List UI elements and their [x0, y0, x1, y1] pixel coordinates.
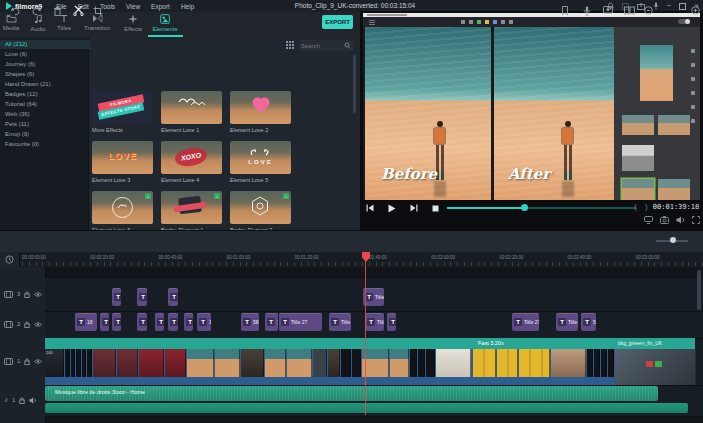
- video-segment[interactable]: [313, 349, 327, 377]
- category-favourite[interactable]: Favourite (0): [0, 140, 91, 149]
- video-segment[interactable]: [71, 349, 75, 377]
- video-segment[interactable]: [410, 349, 417, 377]
- timeline-scrollbar[interactable]: [697, 270, 701, 310]
- video-segment[interactable]: [615, 349, 696, 385]
- crop-icon[interactable]: [93, 6, 103, 16]
- track3-title-clip[interactable]: T9: [168, 288, 178, 306]
- keyframe-icon[interactable]: [0, 252, 20, 267]
- element-item-badge-element-2[interactable]: ↓Badge Element 2: [230, 191, 291, 230]
- video-segment[interactable]: [165, 349, 186, 377]
- track2-title-clip[interactable]: T9: [168, 313, 178, 331]
- video-segment[interactable]: [265, 349, 286, 377]
- category-pets[interactable]: Pets (11): [0, 120, 91, 129]
- video-segment[interactable]: [82, 349, 86, 377]
- volume-icon[interactable]: [676, 216, 685, 224]
- export-button[interactable]: EXPORT: [322, 15, 353, 29]
- track2-title-clip[interactable]: T1: [265, 313, 278, 331]
- video-segment[interactable]: [76, 349, 81, 377]
- timeline-ruler[interactable]: 00:00:00:0000:00:20:0000:00:40:0000:01:0…: [0, 252, 703, 267]
- category-emoji[interactable]: Emoji (9): [0, 130, 91, 139]
- element-item-element-love-6[interactable]: ↓Element Love 6: [92, 191, 153, 230]
- video-segment[interactable]: [352, 349, 361, 377]
- video-segment[interactable]: [601, 349, 607, 377]
- track2-title-clip[interactable]: T18: [75, 313, 97, 331]
- eye-icon[interactable]: [34, 359, 42, 364]
- video-segment[interactable]: [436, 349, 471, 377]
- minimize-button[interactable]: −: [667, 1, 672, 11]
- video-segment[interactable]: [473, 349, 496, 377]
- play-button[interactable]: [388, 204, 396, 213]
- track2-title-clip[interactable]: TTitle 2: [329, 313, 351, 331]
- mic-icon[interactable]: [653, 2, 659, 10]
- track2-title-clip[interactable]: TTitle 27: [279, 313, 322, 331]
- screen-record-icon[interactable]: [603, 6, 613, 15]
- video-segment[interactable]: 240: [45, 349, 64, 377]
- video-segment[interactable]: [426, 349, 435, 377]
- track2-title-clip[interactable]: T: [387, 313, 396, 331]
- track2-title-clip[interactable]: T51: [581, 313, 596, 331]
- element-item-element-love-3[interactable]: LOVEElement Love 3: [92, 141, 153, 183]
- track2-title-clip[interactable]: T: [184, 313, 193, 331]
- maximize-button[interactable]: [679, 3, 686, 10]
- marker-icon[interactable]: [561, 6, 569, 16]
- split-scissors-icon[interactable]: [73, 5, 84, 16]
- track2-title-clip[interactable]: T7: [137, 313, 147, 331]
- zoom-out-icon[interactable]: [644, 6, 653, 15]
- element-item-element-love-5[interactable]: LOVEElement Love 5: [230, 141, 291, 183]
- element-item-element-love-1[interactable]: Element Love 1: [161, 91, 222, 133]
- category-love[interactable]: Love (6): [0, 50, 91, 59]
- track3-title-clip[interactable]: T: [112, 288, 121, 306]
- search-input[interactable]: [299, 43, 344, 49]
- eye-icon[interactable]: [34, 322, 42, 327]
- video-segment[interactable]: [362, 349, 389, 377]
- video-segment[interactable]: [139, 349, 164, 377]
- element-item-element-love-4[interactable]: XOXOElement Love 4: [161, 141, 222, 183]
- video-segment[interactable]: [241, 349, 264, 377]
- category-journey[interactable]: Journey (6): [0, 60, 91, 69]
- lock-icon[interactable]: [24, 321, 30, 328]
- video-segment[interactable]: [608, 349, 614, 377]
- menu-help[interactable]: Help: [181, 3, 194, 10]
- track3-title-clip[interactable]: T7: [137, 288, 147, 306]
- menu-export[interactable]: Export: [151, 3, 170, 10]
- track2-title-clip[interactable]: TTitle: [556, 313, 578, 331]
- undo-icon[interactable]: [10, 6, 21, 16]
- snapshot-icon[interactable]: [660, 216, 669, 224]
- video-segment[interactable]: [587, 349, 593, 377]
- track2-title-clip[interactable]: T: [100, 313, 109, 331]
- video-segment[interactable]: [594, 349, 600, 377]
- fullscreen-icon[interactable]: [692, 216, 700, 224]
- video-segment[interactable]: [341, 349, 351, 377]
- video-segment[interactable]: [87, 349, 92, 377]
- record-voiceover-icon[interactable]: [583, 6, 591, 16]
- track2-title-clip[interactable]: TTitle: [365, 313, 384, 331]
- delete-icon[interactable]: [53, 6, 62, 16]
- eye-icon[interactable]: [34, 292, 42, 297]
- track3-title-clip[interactable]: TTitle: [363, 288, 384, 306]
- previous-frame-button[interactable]: [366, 204, 374, 212]
- lock-icon[interactable]: [24, 358, 30, 365]
- video-segment[interactable]: [418, 349, 425, 377]
- video-segment[interactable]: [93, 349, 116, 377]
- zoom-in-icon[interactable]: [691, 6, 700, 15]
- tab-transition[interactable]: Transition: [77, 14, 117, 37]
- video-segment[interactable]: [187, 349, 214, 377]
- stop-button[interactable]: [432, 205, 439, 212]
- speaker-icon[interactable]: [29, 397, 37, 404]
- grid-view-icon[interactable]: [286, 41, 294, 49]
- category-tutorial[interactable]: Tutorial (64): [0, 100, 91, 109]
- category-badges[interactable]: Badges (12): [0, 90, 91, 99]
- search-icon[interactable]: [344, 42, 351, 49]
- video-segment[interactable]: [497, 349, 518, 377]
- track2-title-clip[interactable]: T58: [241, 313, 259, 331]
- video-segment[interactable]: [328, 349, 340, 377]
- video-segment[interactable]: [215, 349, 240, 377]
- category-all[interactable]: All (212): [0, 40, 91, 49]
- redo-icon[interactable]: [31, 6, 42, 16]
- track2-title-clip[interactable]: TTitle 27: [512, 313, 539, 331]
- menu-view[interactable]: View: [126, 3, 140, 10]
- video-segment[interactable]: [519, 349, 550, 377]
- seek-knob[interactable]: [521, 204, 528, 211]
- video-segment[interactable]: [390, 349, 409, 377]
- audio-clip-2[interactable]: [45, 403, 688, 413]
